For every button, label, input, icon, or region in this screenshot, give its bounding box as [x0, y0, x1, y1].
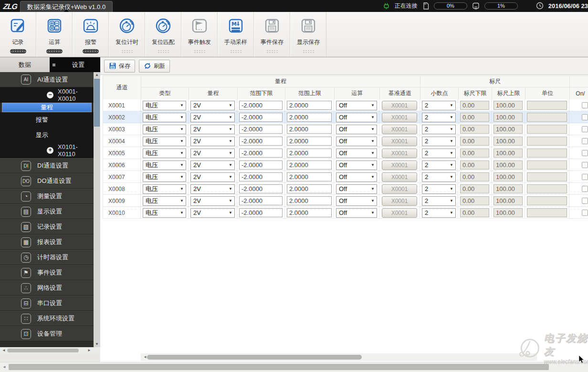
decimal-select[interactable]: 2▼ — [422, 137, 456, 146]
calc-select[interactable]: Off▼ — [336, 160, 377, 170]
toolbar-button-reset-timer[interactable]: 复位计时 — [109, 12, 145, 57]
scrollbar-thumb[interactable] — [147, 355, 362, 360]
ref-channel-button[interactable]: X0001 — [382, 184, 417, 194]
decimal-select[interactable]: 2▼ — [422, 208, 456, 218]
ref-channel-button[interactable]: X0001 — [382, 125, 417, 134]
scale-low-input[interactable]: 0.00 — [460, 184, 489, 193]
scrollbar-thumb[interactable] — [9, 364, 549, 370]
sidebar-item-alarm[interactable]: 报警 — [0, 112, 94, 128]
decimal-select[interactable]: 2▼ — [422, 113, 456, 122]
scale-low-input[interactable]: 0.00 — [460, 137, 489, 146]
scale-high-input[interactable]: 100.00 — [494, 172, 523, 181]
type-select[interactable]: 电压▼ — [143, 160, 186, 170]
unit-input[interactable] — [527, 160, 567, 170]
decimal-select[interactable]: 2▼ — [422, 184, 456, 194]
sidebar-item-network-settings[interactable]: ∴网络设置 — [0, 280, 94, 296]
scale-low-input[interactable]: 0.00 — [460, 125, 489, 134]
scale-high-input[interactable]: 100.00 — [494, 113, 523, 122]
range-high-input[interactable]: 2.0000 — [287, 149, 332, 158]
sidebar-item-group-x0101-x0110[interactable]: +X0101-X0110 — [0, 143, 94, 158]
decimal-select[interactable]: 2▼ — [422, 172, 456, 182]
grid-horizontal-scrollbar[interactable]: ◄ — [141, 353, 537, 361]
sidebar-item-timer-settings[interactable]: ◷计时器设置 — [0, 250, 94, 265]
range-low-input[interactable]: -2.0000 — [239, 125, 283, 134]
range-select[interactable]: 2V▼ — [190, 184, 235, 194]
sidebar-item-group-x0001-x0010[interactable]: −X0001-X0010 — [0, 87, 94, 103]
scale-low-input[interactable]: 0.00 — [460, 113, 489, 122]
toolbar-button-calculate[interactable]: 运算 — [36, 12, 73, 57]
scroll-left-arrow[interactable]: ◄ — [1, 364, 7, 371]
range-high-input[interactable]: 2.0000 — [287, 125, 332, 134]
scrollbar-thumb[interactable] — [94, 79, 100, 127]
unit-input[interactable] — [527, 172, 567, 181]
sidebar-item-report-settings[interactable]: ▦报表设置 — [0, 234, 94, 250]
save-button[interactable]: 保存 — [104, 60, 135, 73]
calc-select[interactable]: Off▼ — [336, 113, 377, 122]
on-off-checkbox[interactable] — [582, 162, 588, 168]
ref-channel-button[interactable]: X0001 — [382, 113, 417, 122]
sidebar-item-do-channel-settings[interactable]: DODO通道设置 — [0, 173, 94, 189]
toolbar-button-manual-sample[interactable]: M手动采样 — [218, 12, 254, 57]
sidebar-vertical-scrollbar[interactable]: ▲ ▼ — [94, 72, 100, 347]
range-select[interactable]: 2V▼ — [190, 208, 235, 218]
unit-input[interactable] — [527, 184, 567, 193]
toolbar-button-reset-match[interactable]: 复位匹配 — [145, 12, 181, 57]
range-select[interactable]: 2V▼ — [190, 160, 235, 170]
type-select[interactable]: 电压▼ — [143, 196, 186, 206]
scrollbar-thumb[interactable] — [7, 349, 79, 352]
calc-select[interactable]: Off▼ — [336, 101, 377, 110]
sidebar-item-device-management[interactable]: ⊡设备管理 — [0, 326, 94, 341]
range-high-input[interactable]: 2.0000 — [287, 184, 332, 193]
sidebar-item-range[interactable]: 量程 — [2, 103, 92, 112]
range-low-input[interactable]: -2.0000 — [239, 172, 283, 181]
toolbar-button-display-save[interactable]: 显示保存 — [290, 12, 326, 57]
range-high-input[interactable]: 2.0000 — [287, 101, 332, 110]
scale-high-input[interactable]: 100.00 — [494, 149, 523, 158]
on-off-checkbox[interactable] — [582, 174, 588, 180]
on-off-checkbox[interactable] — [582, 102, 588, 108]
ref-channel-button[interactable]: X0001 — [382, 160, 417, 170]
page-horizontal-scrollbar[interactable]: ◄ — [0, 362, 588, 372]
tab-data[interactable]: 数据 — [0, 57, 50, 72]
type-select[interactable]: 电压▼ — [143, 184, 186, 194]
on-off-checkbox[interactable] — [582, 126, 588, 132]
on-off-checkbox[interactable] — [582, 210, 588, 216]
toolbar-button-alarm[interactable]: 报警 — [73, 12, 109, 57]
sidebar-item-di-channel-settings[interactable]: DIDI通道设置 — [0, 158, 94, 173]
toolbar-button-event-trigger[interactable]: 事件触发 — [181, 12, 218, 57]
range-low-input[interactable]: -2.0000 — [239, 149, 283, 158]
scale-low-input[interactable]: 0.00 — [460, 196, 489, 205]
calc-select[interactable]: Off▼ — [336, 184, 377, 194]
range-high-input[interactable]: 2.0000 — [287, 208, 332, 217]
scale-low-input[interactable]: 0.00 — [460, 160, 489, 170]
range-high-input[interactable]: 2.0000 — [287, 172, 332, 181]
calc-select[interactable]: Off▼ — [336, 149, 377, 158]
range-low-input[interactable]: -2.0000 — [239, 208, 283, 217]
ref-channel-button[interactable]: X0001 — [382, 137, 417, 146]
on-off-checkbox[interactable] — [582, 114, 588, 120]
sidebar-item-record-settings[interactable]: ▧记录设置 — [0, 219, 94, 234]
range-high-input[interactable]: 2.0000 — [287, 137, 332, 146]
unit-input[interactable] — [527, 149, 567, 158]
ref-channel-button[interactable]: X0001 — [382, 196, 417, 206]
unit-input[interactable] — [527, 196, 567, 205]
ref-channel-button[interactable]: X0001 — [382, 149, 417, 158]
scale-high-input[interactable]: 100.00 — [494, 196, 523, 205]
unit-input[interactable] — [527, 137, 567, 146]
calc-select[interactable]: Off▼ — [336, 208, 377, 218]
unit-input[interactable] — [527, 125, 567, 134]
range-select[interactable]: 2V▼ — [190, 125, 235, 134]
collapse-icon[interactable]: − — [47, 92, 53, 98]
sidebar-horizontal-scrollbar[interactable]: ◄ ► — [0, 347, 100, 354]
type-select[interactable]: 电压▼ — [143, 172, 186, 182]
range-select[interactable]: 2V▼ — [190, 196, 235, 206]
on-off-checkbox[interactable] — [582, 138, 588, 144]
scale-low-input[interactable]: 0.00 — [460, 208, 489, 217]
ref-channel-button[interactable]: X0001 — [382, 101, 417, 110]
sidebar-item-serial-port-settings[interactable]: ⊟串口设置 — [0, 296, 94, 311]
calc-select[interactable]: Off▼ — [336, 172, 377, 182]
on-off-checkbox[interactable] — [582, 186, 588, 192]
app-title-tab[interactable]: 数据采集记录仪+Web v1.0.0 — [20, 1, 113, 12]
decimal-select[interactable]: 2▼ — [422, 196, 456, 206]
calc-select[interactable]: Off▼ — [336, 125, 377, 134]
